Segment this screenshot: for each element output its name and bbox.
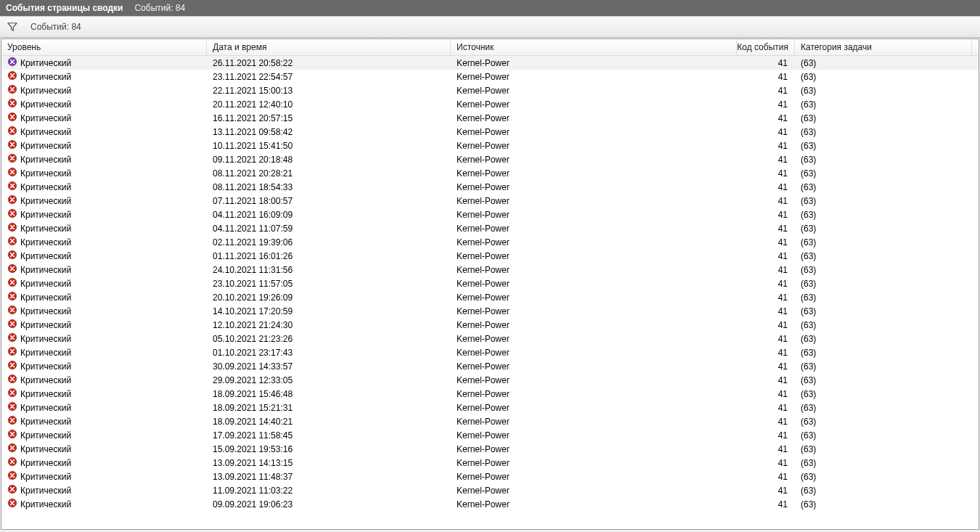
table-row[interactable]: Критический 13.09.2021 11:48:37 Kernel-P… [1,470,979,483]
table-row[interactable]: Критический 08.11.2021 20:28:21 Kernel-P… [1,166,979,180]
cell-datetime: 14.10.2021 17:20:59 [207,306,451,316]
table-row[interactable]: Критический 16.11.2021 20:57:15 Kernel-P… [1,111,979,125]
cell-datetime: 26.11.2021 20:58:22 [207,58,451,68]
table-row[interactable]: Критический 09.09.2021 19:06:23 Kernel-P… [1,497,979,511]
column-header-source[interactable]: Источник [451,39,737,55]
cell-source: Kernel-Power [451,72,737,82]
table-row[interactable]: Критический 14.10.2021 17:20:59 Kernel-P… [1,304,979,318]
table-row[interactable]: Критический 13.09.2021 14:13:15 Kernel-P… [1,456,979,470]
cell-category: (63) [795,155,972,165]
cell-source: Kernel-Power [451,196,737,206]
titlebar-title: События страницы сводки [6,3,123,13]
cell-level: Критический [20,113,71,123]
cell-level: Критический [20,444,71,454]
cell-event-id: 41 [737,334,795,344]
cell-category: (63) [795,86,972,96]
error-icon [7,319,17,331]
table-row[interactable]: Критический 02.11.2021 19:39:06 Kernel-P… [1,235,979,249]
cell-category: (63) [795,348,972,358]
table-row[interactable]: Критический 09.11.2021 20:18:48 Kernel-P… [1,152,979,166]
cell-level: Критический [20,389,71,399]
cell-datetime: 18.09.2021 14:40:21 [207,417,451,427]
cell-level: Критический [20,265,71,275]
table-row[interactable]: Критический 22.11.2021 15:00:13 Kernel-P… [1,83,979,97]
cell-datetime: 04.11.2021 16:09:09 [207,210,451,220]
cell-level: Критический [20,182,71,192]
error-icon [7,305,17,317]
table-row[interactable]: Критический 08.11.2021 18:54:33 Kernel-P… [1,180,979,194]
column-header-datetime[interactable]: Дата и время [207,39,451,55]
cell-source: Kernel-Power [451,251,737,261]
cell-level: Критический [20,237,71,247]
cell-category: (63) [795,389,972,399]
cell-event-id: 41 [737,210,795,220]
filter-icon[interactable] [7,22,17,32]
column-header-event-id[interactable]: Код события [737,39,795,55]
cell-level: Критический [20,499,71,510]
cell-level: Критический [20,486,71,496]
cell-level: Критический [20,403,71,413]
table-row[interactable]: Критический 04.11.2021 11:07:59 Kernel-P… [1,221,979,235]
cell-datetime: 20.11.2021 12:40:10 [207,99,451,110]
table-row[interactable]: Критический 18.09.2021 15:46:48 Kernel-P… [1,387,979,401]
cell-source: Kernel-Power [451,348,737,358]
cell-datetime: 13.09.2021 11:48:37 [207,472,451,482]
cell-source: Kernel-Power [451,444,737,454]
table-row[interactable]: Критический 24.10.2021 11:31:56 Kernel-P… [1,263,979,277]
table-row[interactable]: Критический 01.11.2021 16:01:26 Kernel-P… [1,249,979,263]
table-row[interactable]: Критический 13.11.2021 09:58:42 Kernel-P… [1,125,979,139]
table-row[interactable]: Критический 30.09.2021 14:33:57 Kernel-P… [1,359,979,373]
table-row[interactable]: Критический 29.09.2021 12:33:05 Kernel-P… [1,373,979,387]
cell-datetime: 12.10.2021 21:24:30 [207,320,451,330]
column-header-category[interactable]: Категория задачи [795,39,972,55]
column-header-level[interactable]: Уровень [1,39,207,55]
table-row[interactable]: Критический 15.09.2021 19:53:16 Kernel-P… [1,442,979,456]
cell-event-id: 41 [737,292,795,303]
table-row[interactable]: Критический 01.10.2021 23:17:43 Kernel-P… [1,345,979,359]
error-icon [7,388,17,400]
error-icon [7,360,17,372]
table-row[interactable]: Критический 05.10.2021 21:23:26 Kernel-P… [1,332,979,345]
cell-source: Kernel-Power [451,472,737,482]
table-row[interactable]: Критический 04.11.2021 16:09:09 Kernel-P… [1,208,979,221]
table-row[interactable]: Критический 26.11.2021 20:58:22 Kernel-P… [1,56,979,70]
error-icon [7,498,17,510]
table-row[interactable]: Критический 17.09.2021 11:58:45 Kernel-P… [1,428,979,442]
cell-datetime: 07.11.2021 18:00:57 [207,196,451,206]
cell-category: (63) [795,72,972,82]
cell-datetime: 09.09.2021 19:06:23 [207,499,451,510]
cell-source: Kernel-Power [451,430,737,441]
cell-datetime: 29.09.2021 12:33:05 [207,375,451,385]
table-row[interactable]: Критический 18.09.2021 15:21:31 Kernel-P… [1,401,979,414]
table-row[interactable]: Критический 11.09.2021 11:03:22 Kernel-P… [1,483,979,497]
cell-category: (63) [795,361,972,372]
cell-source: Kernel-Power [451,375,737,385]
cell-event-id: 41 [737,444,795,454]
cell-category: (63) [795,237,972,247]
cell-level: Критический [20,196,71,206]
table-row[interactable]: Критический 20.10.2021 19:26:09 Kernel-P… [1,290,979,304]
table-row[interactable]: Критический 20.11.2021 12:40:10 Kernel-P… [1,97,979,111]
column-header-row: Уровень Дата и время Источник Код событи… [1,39,979,56]
grid-body[interactable]: Критический 26.11.2021 20:58:22 Kernel-P… [1,56,979,529]
cell-source: Kernel-Power [451,292,737,303]
table-row[interactable]: Критический 10.11.2021 15:41:50 Kernel-P… [1,139,979,152]
error-icon [7,153,17,165]
cell-event-id: 41 [737,127,795,137]
error-icon [7,236,17,248]
cell-level: Критический [20,430,71,441]
cell-datetime: 30.09.2021 14:33:57 [207,361,451,372]
cell-source: Kernel-Power [451,237,737,247]
error-icon [7,332,17,345]
cell-level: Критический [20,458,71,468]
table-row[interactable]: Критический 07.11.2021 18:00:57 Kernel-P… [1,194,979,208]
cell-source: Kernel-Power [451,458,737,468]
cell-source: Kernel-Power [451,417,737,427]
table-row[interactable]: Критический 12.10.2021 21:24:30 Kernel-P… [1,318,979,332]
table-row[interactable]: Критический 23.11.2021 22:54:57 Kernel-P… [1,70,979,83]
table-row[interactable]: Критический 18.09.2021 14:40:21 Kernel-P… [1,414,979,428]
cell-event-id: 41 [737,251,795,261]
cell-category: (63) [795,251,972,261]
table-row[interactable]: Критический 23.10.2021 11:57:05 Kernel-P… [1,277,979,290]
error-icon [7,112,17,124]
